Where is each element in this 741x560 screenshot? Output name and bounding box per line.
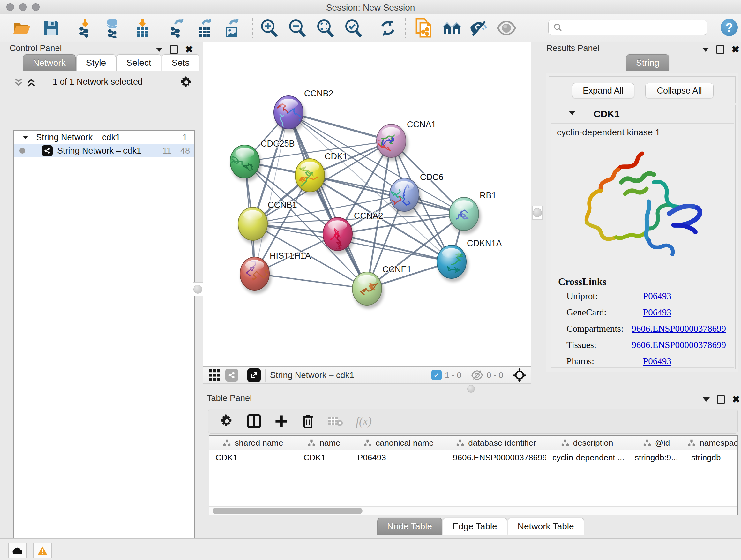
network-node-CCNB2[interactable] xyxy=(274,96,306,136)
left-splitter-handle[interactable] xyxy=(193,282,203,296)
panel-close-icon[interactable]: ✖ xyxy=(185,46,193,53)
panel-close-icon[interactable]: ✖ xyxy=(732,396,740,402)
import-table-button[interactable] xyxy=(131,17,154,39)
export-table-button[interactable] xyxy=(193,17,216,39)
crosslink-value-link[interactable]: P06493 xyxy=(643,307,671,318)
table-cell[interactable]: P06493 xyxy=(351,450,447,464)
table-cell[interactable]: stringdb xyxy=(685,450,738,464)
tab-network-table[interactable]: Network Table xyxy=(508,518,584,535)
panel-menu-caret-icon[interactable] xyxy=(703,397,710,401)
network-node-CCNA1[interactable] xyxy=(376,124,408,161)
network-node-CDKN1A[interactable] xyxy=(437,245,468,282)
import-network-file-button[interactable] xyxy=(75,17,97,39)
birdseye-toggle-icon[interactable] xyxy=(247,368,261,382)
panel-float-icon[interactable] xyxy=(716,45,724,54)
network-collection-row[interactable]: String Network – cdk1 1 xyxy=(14,131,194,144)
network-edge-CCNB2-HIST1H1A[interactable] xyxy=(255,112,288,273)
collapse-all-button[interactable]: Collapse All xyxy=(645,83,714,98)
protein-result-header[interactable]: CDK1 xyxy=(549,105,735,122)
table-gear-icon[interactable] xyxy=(220,414,234,428)
show-graphics-details-button[interactable] xyxy=(441,17,463,39)
selected-nodes-checkbox[interactable]: ✓ xyxy=(431,370,442,380)
delete-column-icon[interactable] xyxy=(301,414,315,429)
tab-node-table[interactable]: Node Table xyxy=(377,518,442,535)
zoom-fit-button[interactable] xyxy=(314,17,336,39)
apply-layout-button[interactable] xyxy=(377,17,399,39)
column-header-canonical-name[interactable]: canonical name xyxy=(351,436,447,450)
zoom-selected-icon xyxy=(344,18,363,38)
column-header-namespace[interactable]: namespace xyxy=(685,436,738,450)
birdseye-view-button[interactable] xyxy=(495,17,518,39)
network-node-CDC25B[interactable] xyxy=(228,145,262,182)
export-network-button[interactable] xyxy=(166,17,188,39)
tab-network[interactable]: Network xyxy=(23,54,76,71)
table-cell[interactable]: cyclin-dependent ... xyxy=(546,450,628,464)
panel-float-icon[interactable] xyxy=(170,45,178,54)
table-cell[interactable]: 9606.ENSP00000378699 xyxy=(447,450,546,464)
tree-expander-icon[interactable] xyxy=(23,136,28,139)
zoom-in-button[interactable] xyxy=(258,17,280,39)
table-hscrollbar[interactable] xyxy=(209,506,737,515)
network-node-CDK1[interactable] xyxy=(295,159,327,195)
table-row[interactable]: CDK1CDK1P064939606.ENSP00000378699cyclin… xyxy=(209,450,738,464)
table-cell[interactable]: CDK1 xyxy=(209,450,297,464)
string-results-container: Expand All Collapse All CDK1 cyclin-depe… xyxy=(546,73,738,372)
panel-float-icon[interactable] xyxy=(717,395,725,403)
search-input[interactable] xyxy=(562,22,698,33)
warnings-button[interactable] xyxy=(33,543,52,558)
network-options-gear-icon[interactable] xyxy=(180,76,193,89)
panel-close-icon[interactable]: ✖ xyxy=(731,46,739,53)
table-cell[interactable]: CDK1 xyxy=(297,450,351,464)
protein-expander-icon[interactable] xyxy=(569,111,576,115)
panel-menu-caret-icon[interactable] xyxy=(702,48,709,52)
zoom-out-button[interactable] xyxy=(286,17,308,39)
grid-view-icon[interactable] xyxy=(208,369,221,381)
network-node-CCNE1[interactable] xyxy=(352,272,384,309)
tab-select[interactable]: Select xyxy=(117,54,161,71)
tab-string-results[interactable]: String xyxy=(626,54,669,71)
table-cell[interactable]: stringdb:9... xyxy=(628,450,685,464)
cloud-status-button[interactable] xyxy=(8,543,27,558)
network-node-CDC6[interactable] xyxy=(385,178,421,215)
crosslink-value-link[interactable]: 9606.ENSP00000378699 xyxy=(631,323,726,334)
import-network-database-button[interactable] xyxy=(102,17,125,39)
crosslink-value-link[interactable]: P06493 xyxy=(643,356,671,367)
hidden-elements-icon[interactable] xyxy=(471,370,483,381)
help-button[interactable]: ? xyxy=(721,19,738,36)
column-header-shared-name[interactable]: shared name xyxy=(209,436,297,450)
network-graph[interactable]: CCNB2CCNA1CDC25BCDK1CDC6RB1CCNB1CCNA2CDK… xyxy=(203,42,531,366)
add-column-icon[interactable] xyxy=(274,414,288,428)
network-share-view-icon[interactable] xyxy=(225,369,238,381)
table-hscrollbar-thumb[interactable] xyxy=(212,508,362,514)
network-node-RB1[interactable] xyxy=(449,197,481,234)
column-header-database-identifier[interactable]: database identifier xyxy=(447,436,546,450)
network-canvas[interactable]: CCNB2CCNA1CDC25BCDK1CDC6RB1CCNB1CCNA2CDK… xyxy=(203,42,531,367)
crosslink-value-link[interactable]: P06493 xyxy=(643,291,671,301)
tab-edge-table[interactable]: Edge Table xyxy=(443,518,507,535)
network-node-HIST1H1A[interactable] xyxy=(240,257,274,294)
collapse-all-chevron-icon[interactable] xyxy=(13,77,23,87)
network-edge-CCNB2-CCNE1[interactable] xyxy=(288,112,367,289)
panel-menu-caret-icon[interactable] xyxy=(156,48,163,52)
zoom-selected-button[interactable] xyxy=(342,17,364,39)
tab-sets[interactable]: Sets xyxy=(162,54,199,71)
save-session-button[interactable] xyxy=(40,17,63,39)
export-image-button[interactable] xyxy=(221,17,243,39)
hide-graphics-details-button[interactable] xyxy=(468,17,490,39)
column-header--id[interactable]: @id xyxy=(628,436,685,450)
expand-all-button[interactable]: Expand All xyxy=(572,83,634,98)
fit-content-crosshair-icon[interactable] xyxy=(513,368,527,382)
duplicate-network-button[interactable] xyxy=(413,17,435,39)
network-node-CCNA2[interactable] xyxy=(323,217,354,254)
column-header-description[interactable]: description xyxy=(546,436,628,450)
tab-style[interactable]: Style xyxy=(76,54,116,71)
show-columns-icon[interactable] xyxy=(247,414,261,428)
open-session-button[interactable] xyxy=(11,17,33,39)
expand-all-chevron-icon[interactable] xyxy=(26,77,37,87)
right-splitter-handle[interactable] xyxy=(532,206,542,220)
horizontal-splitter-handle[interactable] xyxy=(467,385,475,393)
crosslink-value-link[interactable]: 9606.ENSP00000378699 xyxy=(631,340,726,350)
titlebar: Session: New Session xyxy=(0,0,741,14)
network-row-selected[interactable]: String Network – cdk1 11 48 xyxy=(14,144,194,158)
column-header-name[interactable]: name xyxy=(297,436,351,450)
